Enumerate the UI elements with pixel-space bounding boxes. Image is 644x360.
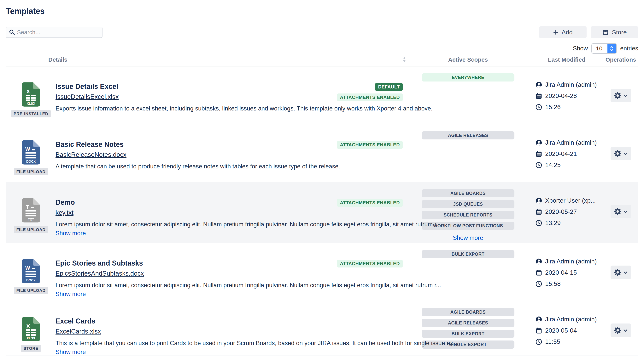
gear-icon	[614, 269, 621, 276]
svg-text:W: W	[25, 265, 30, 271]
file-icon-block: T TXT FILE UPLOAD	[14, 198, 48, 243]
clock-icon	[535, 162, 542, 169]
page-size-select[interactable]: 10	[592, 43, 617, 54]
scope-badge: JSD QUEUES	[422, 200, 514, 208]
search-icon	[9, 29, 15, 35]
docx-file-icon: W DOCX	[22, 259, 40, 283]
last-modified-cell: Jira Admin (admin) 2020-04-28 15:26	[530, 66, 604, 124]
file-icon-block: W DOCX FILE UPLOAD	[14, 259, 48, 301]
active-scopes-cell: BULK EXPORT	[406, 243, 530, 301]
active-scopes-cell: AGILE RELEASES	[406, 124, 530, 182]
header-details: Details	[48, 56, 67, 63]
svg-text:X: X	[26, 88, 30, 94]
svg-text:W: W	[25, 146, 30, 152]
file-icon-block: X XLSX PRE-INSTALLED	[14, 82, 48, 124]
template-file-link[interactable]: key.txt	[56, 209, 74, 216]
scope-badge: BULK EXPORT	[422, 250, 514, 258]
operations-cell	[604, 243, 638, 301]
docx-file-icon: W DOCX	[22, 140, 40, 165]
source-badge: FILE UPLOAD	[14, 226, 48, 233]
modified-date: 2020-04-28	[545, 92, 577, 99]
add-button-label: Add	[562, 29, 573, 36]
svg-text:T: T	[26, 204, 29, 210]
txt-file-icon: T TXT	[22, 198, 40, 222]
page-title: Templates	[6, 6, 638, 16]
sort-icon[interactable]	[403, 57, 406, 63]
scopes-show-more-link[interactable]: Show more	[453, 234, 483, 241]
show-more-link[interactable]: Show more	[56, 291, 86, 298]
template-description: Exports issue information to a excel she…	[56, 105, 402, 112]
source-badge: PRE-INSTALLED	[11, 110, 51, 117]
row-operations-button[interactable]	[610, 266, 631, 279]
details-cell: W DOCX FILE UPLOAD Basic Release Notes B…	[6, 124, 406, 182]
operations-cell	[604, 124, 638, 182]
flag-badges: ATTACHMENTS ENABLED	[337, 141, 403, 149]
calendar-icon	[535, 208, 542, 215]
template-description: This is a template that you can use to p…	[56, 340, 402, 347]
row-operations-button[interactable]	[610, 147, 631, 160]
search-input[interactable]	[6, 27, 102, 38]
template-file-link[interactable]: ExcelCards.xlsx	[56, 328, 101, 335]
operations-cell	[604, 301, 638, 356]
gear-icon	[614, 150, 621, 157]
clock-icon	[535, 338, 542, 345]
gear-icon	[614, 208, 621, 215]
chevron-down-icon	[623, 329, 628, 332]
last-modified-cell: Jira Admin (admin) 2020-05-04 11:55	[530, 301, 604, 356]
calendar-icon	[535, 327, 542, 334]
operations-cell	[604, 182, 638, 243]
modified-time: 15:58	[545, 280, 561, 287]
source-badge: FILE UPLOAD	[14, 287, 48, 294]
modified-date: 2020-04-15	[545, 269, 577, 276]
user-icon	[535, 139, 542, 146]
modified-by: Jira Admin (admin)	[545, 81, 597, 88]
row-operations-button[interactable]	[610, 324, 631, 337]
row-operations-button[interactable]	[610, 205, 631, 218]
scope-badge: AGILE RELEASES	[422, 319, 514, 327]
modified-time: 13:29	[545, 219, 561, 226]
svg-text:X: X	[26, 323, 30, 329]
clock-icon	[535, 280, 542, 287]
user-icon	[535, 81, 542, 88]
scope-badge: AGILE BOARDS	[422, 189, 514, 197]
details-cell: T TXT FILE UPLOAD Demo key.txt Lorem ips…	[6, 182, 406, 243]
scope-badge: AGILE BOARDS	[422, 308, 514, 316]
svg-text:XLSX: XLSX	[27, 337, 35, 340]
svg-text:DOCX: DOCX	[26, 279, 36, 282]
row-operations-button[interactable]	[610, 89, 631, 102]
template-file-link[interactable]: BasicReleaseNotes.docx	[56, 151, 126, 158]
toolbar-actions: Add Store	[539, 26, 638, 38]
store-button[interactable]: Store	[591, 26, 638, 38]
scope-badge: SCHEDULE REPORTS	[422, 211, 514, 219]
store-button-label: Store	[612, 29, 626, 36]
source-badge: FILE UPLOAD	[14, 168, 48, 175]
svg-text:XLSX: XLSX	[27, 102, 35, 105]
last-modified-cell: Jira Admin (admin) 2020-04-15 15:58	[530, 243, 604, 301]
modified-date: 2020-05-27	[545, 208, 577, 215]
template-file-link[interactable]: IssueDetailsExcel.xlsx	[56, 93, 118, 100]
scope-badge: BULK EXPORT	[422, 330, 514, 338]
template-file-link[interactable]: EpicsStoriesAndSubtasks.docx	[56, 270, 144, 277]
chevron-down-icon	[623, 210, 628, 213]
active-scopes-cell: AGILE BOARDS AGILE RELEASES BULK EXPORT …	[406, 301, 530, 356]
show-more-link[interactable]: Show more	[56, 230, 86, 237]
attachments-enabled-badge: ATTACHMENTS ENABLED	[337, 260, 403, 267]
user-icon	[535, 197, 542, 204]
modified-date: 2020-05-04	[545, 327, 577, 334]
show-more-link[interactable]: Show more	[56, 349, 86, 356]
plus-icon	[553, 29, 558, 35]
header-operations: Operations	[604, 56, 638, 63]
table-row: X XLSX PRE-INSTALLED Issue Details Excel…	[6, 66, 638, 124]
source-badge: STORE	[21, 345, 41, 352]
operations-cell	[604, 66, 638, 124]
details-cell: W DOCX FILE UPLOAD Epic Stories and Subt…	[6, 243, 406, 301]
add-button[interactable]: Add	[539, 26, 586, 38]
search-box	[6, 27, 102, 38]
modified-by: Jira Admin (admin)	[545, 316, 597, 323]
page-size-value: 10	[592, 44, 608, 53]
last-modified-cell: Jira Admin (admin) 2020-04-21 14:25	[530, 124, 604, 182]
svg-text:TXT: TXT	[28, 218, 34, 221]
chevron-down-icon	[623, 271, 628, 274]
modified-time: 14:25	[545, 162, 561, 169]
modified-date: 2020-04-21	[545, 150, 577, 157]
